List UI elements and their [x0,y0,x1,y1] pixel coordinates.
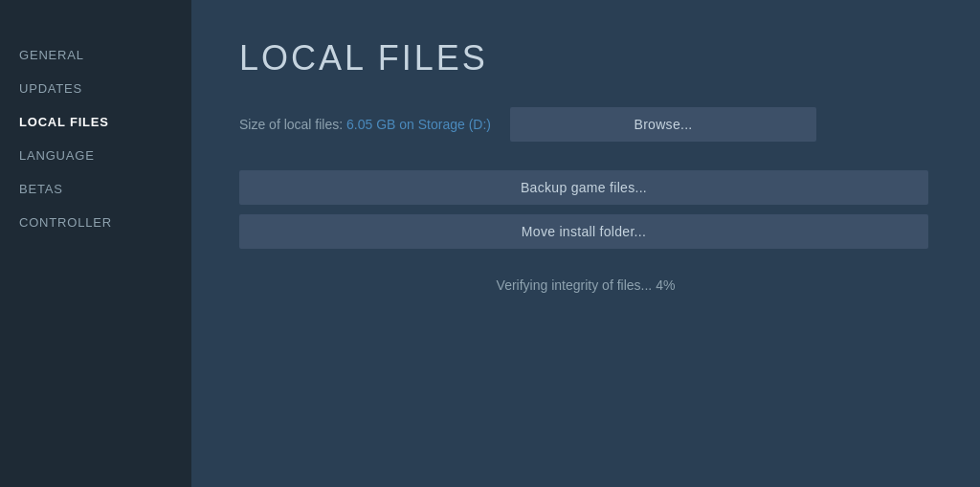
file-size-link: 6.05 GB on Storage (D:) [346,117,491,132]
sidebar-item-general[interactable]: GENERAL [0,38,191,72]
backup-button[interactable]: Backup game files... [239,170,928,205]
page-title: LOCAL FILES [239,38,932,78]
action-buttons: Backup game files... Move install folder… [239,170,928,258]
browse-button[interactable]: Browse... [510,107,816,142]
sidebar-item-language[interactable]: LANGUAGE [0,139,191,172]
file-size-text: Size of local files: 6.05 GB on Storage … [239,117,491,132]
sidebar-item-controller[interactable]: CONTROLLER [0,206,191,239]
sidebar-item-local-files[interactable]: LOCAL FILES [0,105,191,139]
file-info-row: Size of local files: 6.05 GB on Storage … [239,107,932,142]
main-content: LOCAL FILES Size of local files: 6.05 GB… [191,0,980,487]
verify-status-text: Verifying integrity of files... 4% [239,277,932,293]
sidebar-item-betas[interactable]: BETAS [0,172,191,206]
sidebar: GENERAL UPDATES LOCAL FILES LANGUAGE BET… [0,0,191,487]
move-install-button[interactable]: Move install folder... [239,214,928,249]
sidebar-item-updates[interactable]: UPDATES [0,72,191,105]
